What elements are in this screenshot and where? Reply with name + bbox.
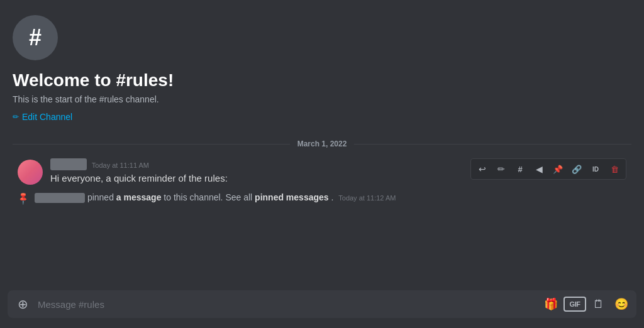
reply-button[interactable]: ↩ — [474, 160, 491, 178]
gift-button[interactable]: 🎁 — [541, 294, 561, 314]
channel-icon: # — [13, 15, 58, 60]
hash-icon: # — [29, 26, 42, 49]
channel-welcome-title: Welcome to #rules! — [13, 70, 631, 90]
emoji-button[interactable]: 😊 — [611, 294, 631, 314]
channel-content: # Welcome to #rules! This is the start o… — [0, 0, 644, 290]
edit-button[interactable]: ✏ — [492, 160, 510, 178]
pin-period: . — [331, 192, 333, 202]
pin-timestamp: Today at 11:12 AM — [338, 194, 396, 202]
table-row: Today at 11:11 AM Hi everyone, a quick r… — [13, 156, 631, 187]
channel-subtitle: This is the start of the #rules channel. — [13, 94, 631, 104]
hashtag-button[interactable]: # — [511, 160, 529, 178]
volume-button[interactable]: ◀ — [530, 160, 548, 178]
gif-button[interactable]: GIF — [564, 297, 586, 312]
input-actions: 🎁 GIF 🗒 😊 — [541, 294, 631, 314]
delete-button[interactable]: 🗑 — [606, 160, 623, 178]
pin-to-channel: to this channel. See all — [164, 192, 255, 202]
pin-message-text: pinned a message to this channel. See al… — [35, 192, 396, 203]
pin-button[interactable]: 📌 — [549, 160, 567, 178]
pin-message-row: 📌 pinned a message to this channel. See … — [13, 190, 631, 205]
message-timestamp: Today at 11:11 AM — [92, 161, 149, 169]
pin-pinned-messages-link[interactable]: pinned messages — [255, 192, 329, 202]
id-button[interactable]: ID — [587, 160, 604, 178]
pin-system-icon: 📌 — [16, 190, 30, 205]
pin-a-message: a message — [116, 192, 162, 202]
pin-username-blurred — [35, 193, 85, 203]
date-divider: March 1, 2022 — [13, 139, 631, 148]
edit-channel-label: Edit Channel — [22, 112, 72, 122]
pencil-icon: ✏ — [13, 112, 19, 121]
link-button[interactable]: 🔗 — [568, 160, 586, 178]
pin-pinned-text: pinned — [87, 192, 116, 202]
username-blurred — [50, 158, 87, 170]
avatar — [18, 160, 43, 185]
edit-channel-link[interactable]: ✏ Edit Channel — [13, 112, 631, 122]
message-input[interactable] — [33, 293, 541, 316]
message-area: March 1, 2022 Today at 11:11 AM Hi every… — [13, 134, 631, 290]
message-input-bar: ⊕ 🎁 GIF 🗒 😊 — [8, 290, 636, 318]
add-content-button[interactable]: ⊕ — [13, 294, 33, 314]
date-divider-text: March 1, 2022 — [297, 139, 347, 148]
message-actions: ↩ ✏ # ◀ 📌 🔗 ID 🗑 — [470, 158, 626, 180]
sticker-button[interactable]: 🗒 — [589, 294, 609, 314]
